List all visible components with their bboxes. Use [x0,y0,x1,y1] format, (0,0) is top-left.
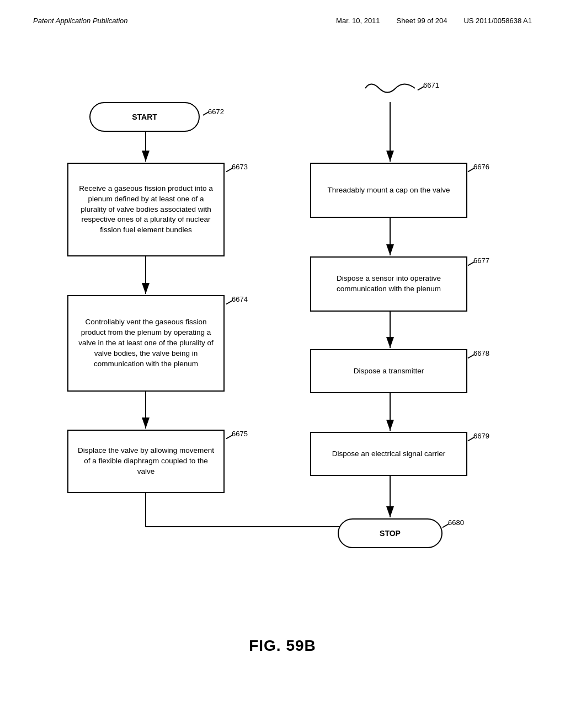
start-node: START [89,102,200,132]
label-6676: 6676 [473,163,489,171]
header-patent: US 2011/0058638 A1 [463,17,532,25]
box-6678: Dispose a transmitter [310,349,467,393]
stop-label: STOP [380,529,401,538]
box-6679-text: Dispose an electrical signal carrier [332,449,446,459]
flowchart-diagram: START 6672 Receive a gaseous fission pro… [40,47,525,626]
label-6672: 6672 [208,108,224,116]
stop-node: STOP [338,518,443,548]
header-publication-label: Patent Application Publication [33,17,128,25]
header-sheet: Sheet 99 of 204 [397,17,447,25]
label-6675: 6675 [232,430,248,438]
label-6678: 6678 [473,349,489,357]
header-date: Mar. 10, 2011 [336,17,380,25]
box-6679: Dispose an electrical signal carrier [310,432,467,476]
label-6677: 6677 [473,256,489,265]
box-6675: Displace the valve by allowing movement … [67,430,225,493]
box-6678-text: Dispose a transmitter [354,366,424,377]
figure-caption-text: FIG. 59B [249,637,316,654]
label-6679: 6679 [473,432,489,440]
box-6677-text: Dispose a sensor into operative communic… [318,274,460,295]
box-6673: Receive a gaseous fission product into a… [67,163,225,256]
label-6680: 6680 [448,518,464,527]
figure-caption: FIG. 59B [33,637,532,655]
header-meta: Mar. 10, 2011 Sheet 99 of 204 US 2011/00… [336,17,532,25]
start-label: START [132,113,157,121]
box-6675-text: Displace the valve by allowing movement … [75,446,217,477]
box-6677: Dispose a sensor into operative communic… [310,256,467,312]
box-6673-text: Receive a gaseous fission product into a… [75,184,217,235]
label-6671: 6671 [423,81,439,89]
page: Patent Application Publication Mar. 10, … [0,0,565,728]
box-6676: Threadably mount a cap on the valve [310,163,467,218]
label-6674: 6674 [232,295,248,303]
box-6674: Controllably vent the gaseous fission pr… [67,295,225,392]
label-6673: 6673 [232,163,248,171]
box-6674-text: Controllably vent the gaseous fission pr… [75,317,217,369]
page-header: Patent Application Publication Mar. 10, … [33,11,532,25]
box-6676-text: Threadably mount a cap on the valve [327,185,450,196]
